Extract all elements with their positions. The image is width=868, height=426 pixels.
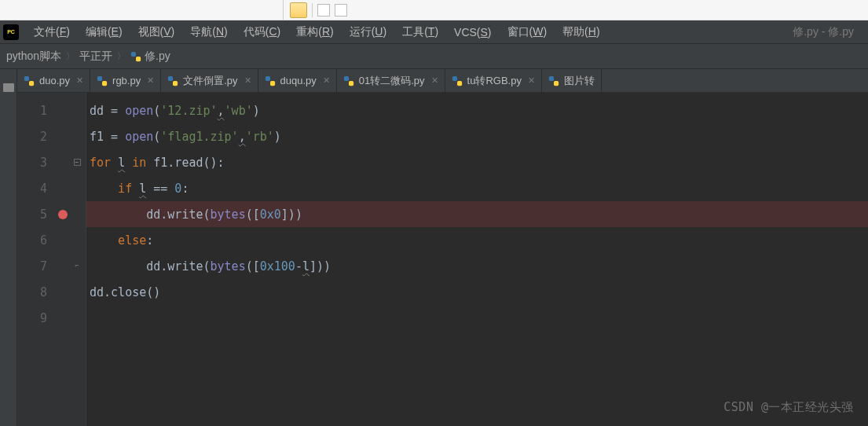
svg-rect-12: [452, 75, 456, 80]
code-area[interactable]: 1 2 3− 4 5 6 7⌐ 8 9 dd = open('12.zip','…: [17, 93, 868, 426]
breadcrumb-item[interactable]: 平正开: [79, 50, 112, 64]
code-line[interactable]: dd.write(bytes([0x0])): [86, 201, 868, 227]
menu-file[interactable]: 文件(F): [27, 22, 77, 42]
code-line[interactable]: else:: [86, 227, 868, 253]
python-file-icon: [452, 75, 463, 86]
line-number: 9: [17, 311, 55, 325]
code-line[interactable]: dd.close(): [86, 279, 868, 305]
close-icon[interactable]: ✕: [244, 75, 251, 86]
project-tool-button[interactable]: 项目: [0, 69, 17, 426]
tab-duqu[interactable]: duqu.py ✕: [258, 69, 337, 92]
tab-01bin[interactable]: 01转二微码.py ✕: [337, 69, 445, 92]
fold-end-icon[interactable]: ⌐: [71, 263, 83, 270]
code-lines[interactable]: dd = open('12.zip','wb') f1 = open('flag…: [86, 93, 868, 426]
python-file-icon: [130, 51, 141, 62]
editor: duo.py ✕ rgb.py ✕ 文件倒置.py ✕ duqu.py ✕ 01…: [17, 69, 868, 426]
pycharm-logo-icon: PC: [3, 24, 19, 40]
breadcrumb-file: 修.py: [145, 50, 170, 64]
code-line[interactable]: dd.write(bytes([0x100-l])): [86, 253, 868, 279]
gutter[interactable]: 1 2 3− 4 5 6 7⌐ 8 9: [17, 93, 86, 426]
editor-tabs: duo.py ✕ rgb.py ✕ 文件倒置.py ✕ duqu.py ✕ 01…: [17, 69, 868, 93]
menu-view[interactable]: 视图(V): [131, 22, 182, 42]
close-icon[interactable]: ✕: [147, 75, 154, 86]
line-number: 3: [17, 156, 55, 170]
menu-vcs[interactable]: VCS(S): [447, 23, 498, 42]
tab-file-reverse[interactable]: 文件倒置.py ✕: [161, 69, 258, 92]
python-file-icon: [24, 75, 35, 86]
svg-rect-6: [168, 75, 173, 80]
tab-label: duqu.py: [280, 75, 317, 86]
tab-label: 01转二微码.py: [359, 74, 425, 88]
paste-icon: [290, 2, 307, 18]
svg-rect-4: [97, 75, 102, 80]
tab-label: tu转RGB.py: [467, 74, 522, 88]
external-paste-group: [283, 0, 503, 20]
tab-tu-rgb[interactable]: tu转RGB.py ✕: [445, 69, 542, 92]
breadcrumb: python脚本 〉 平正开 〉 修.py: [0, 44, 868, 69]
line-number: 4: [17, 182, 55, 196]
breakpoint-icon[interactable]: [55, 210, 71, 219]
breadcrumb-item[interactable]: python脚本: [6, 50, 61, 64]
close-icon[interactable]: ✕: [528, 75, 535, 86]
code-line[interactable]: if l == 0:: [86, 175, 868, 201]
close-icon[interactable]: ✕: [323, 75, 330, 86]
tab-label: duo.py: [39, 75, 70, 86]
svg-rect-11: [349, 81, 353, 86]
tab-label: 图片转: [564, 74, 595, 88]
chevron-right-icon: 〉: [117, 50, 126, 62]
menu-tools[interactable]: 工具(T): [395, 22, 445, 42]
svg-rect-1: [136, 57, 141, 61]
tab-image-convert[interactable]: 图片转: [542, 69, 602, 92]
line-number: 1: [17, 104, 55, 118]
menu-edit[interactable]: 编辑(E): [79, 22, 130, 42]
workarea: 项目 duo.py ✕ rgb.py ✕ 文件倒置.py ✕ duqu: [0, 69, 868, 426]
window-title: 修.py - 修.py: [793, 25, 865, 39]
menu-window[interactable]: 窗口(W): [500, 22, 555, 42]
line-number: 8: [17, 285, 55, 299]
svg-rect-14: [549, 75, 554, 80]
menubar: PC 文件(F) 编辑(E) 视图(V) 导航(N) 代码(C) 重构(R) 运…: [0, 20, 868, 44]
svg-rect-5: [102, 81, 107, 86]
line-number: 5: [17, 207, 55, 222]
python-file-icon: [97, 75, 108, 86]
code-line[interactable]: f1 = open('flag1.zip','rb'): [86, 123, 868, 149]
fold-icon[interactable]: −: [71, 159, 83, 166]
python-file-icon: [343, 75, 354, 86]
menu-navigate[interactable]: 导航(N): [183, 22, 234, 42]
tab-rgb[interactable]: rgb.py ✕: [90, 69, 161, 92]
svg-rect-0: [131, 51, 136, 56]
tab-duo[interactable]: duo.py ✕: [17, 69, 90, 92]
menu-code[interactable]: 代码(C): [236, 22, 288, 42]
external-toolbar: [0, 0, 868, 20]
breadcrumb-item[interactable]: 修.py: [130, 50, 170, 64]
menu-help[interactable]: 帮助(H): [555, 22, 606, 42]
code-line[interactable]: for l in f1.read():: [86, 149, 868, 175]
python-file-icon: [548, 75, 559, 86]
tab-label: rgb.py: [112, 75, 141, 86]
svg-rect-2: [24, 75, 29, 80]
python-file-icon: [265, 75, 276, 86]
svg-rect-9: [270, 81, 275, 86]
separator: [312, 3, 313, 17]
tab-label: 文件倒置.py: [183, 74, 237, 88]
svg-rect-7: [173, 81, 178, 86]
menu-refactor[interactable]: 重构(R): [289, 22, 340, 42]
svg-rect-8: [265, 75, 269, 80]
external-button: [317, 4, 330, 17]
watermark: CSDN @一本正经光头强: [723, 400, 854, 415]
svg-rect-15: [554, 81, 559, 86]
svg-rect-10: [344, 75, 349, 80]
menu-run[interactable]: 运行(U): [342, 22, 394, 42]
svg-rect-3: [29, 81, 34, 86]
external-button: [335, 4, 347, 17]
close-icon[interactable]: ✕: [431, 75, 438, 86]
folder-icon: [3, 83, 14, 92]
code-line[interactable]: dd = open('12.zip','wb'): [86, 97, 868, 123]
chevron-right-icon: 〉: [66, 50, 75, 62]
python-file-icon: [167, 75, 178, 86]
line-number: 2: [17, 130, 55, 144]
line-number: 6: [17, 233, 55, 248]
code-line[interactable]: [86, 305, 868, 331]
line-number: 7: [17, 259, 55, 274]
close-icon[interactable]: ✕: [76, 75, 83, 86]
